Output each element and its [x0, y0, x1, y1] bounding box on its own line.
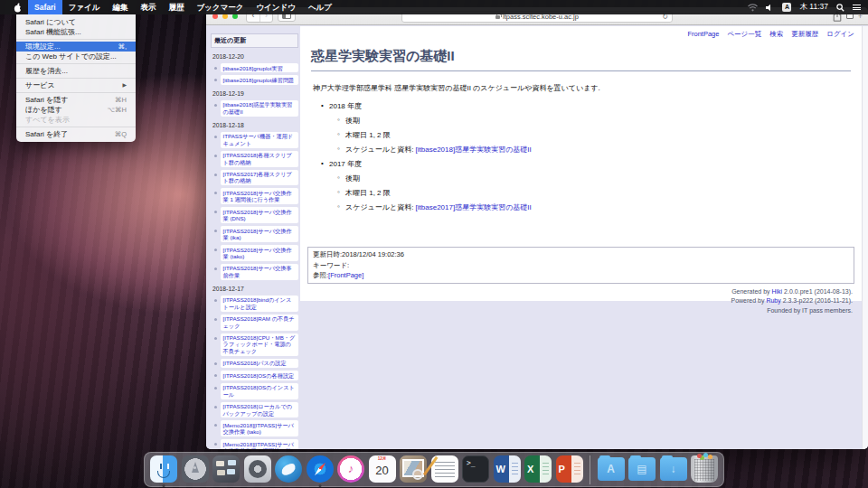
sidebar-link[interactable]: [ITPASS2018]bindのインストールと設定: [221, 296, 298, 312]
year-detail: 木曜日 1, 2 限: [345, 188, 862, 198]
meta-box: 更新日時:2018/12/04 19:02:36 キーワード: 参照:[Fron…: [307, 247, 854, 284]
nav-link-ページ一覧[interactable]: ページ一覧: [727, 30, 761, 39]
menu-item[interactable]: この Web サイトでの設定...: [16, 52, 136, 61]
menu-bar-status: A 木 11:37: [748, 0, 861, 14]
schedule-line: スケジュールと資料: [itbase2017]惑星学実験実習の基礎II: [345, 202, 862, 212]
sidebar-link[interactable]: [itbase2018]惑星学実験実習の基礎II: [221, 100, 298, 117]
dock-powerpoint-icon[interactable]: P: [556, 455, 583, 483]
menubar-item-履歴[interactable]: 履歴: [162, 0, 190, 14]
sidebar-link[interactable]: [ITPASS2018]OSのインストール: [221, 383, 298, 399]
sidebar-link[interactable]: [Memo2018][ITPASS]サーバ交換作業 (tako): [221, 420, 298, 436]
sidebar-link[interactable]: [ITPASS2018]OSの各種設定: [221, 371, 298, 380]
dock-thunderbird-icon[interactable]: [275, 455, 302, 483]
sidebar-link[interactable]: [ITPASS2018]サーバ交換作業 1 週間後に行う作業: [221, 188, 298, 204]
menubar-item-表示[interactable]: 表示: [134, 0, 162, 14]
sidebar-link[interactable]: [ITPASS2018]CPU・MB・グラフィックボード・電源の不良チェック: [221, 333, 298, 356]
nav-link-FrontPage[interactable]: FrontPage: [687, 30, 719, 39]
year-item: 2018 年度後期木曜日 1, 2 限スケジュールと資料: [itbase201…: [329, 101, 862, 155]
menu-separator: [16, 78, 136, 79]
sidebar-link[interactable]: [ITPASS2018]パスの設定: [221, 359, 298, 368]
dock-safari-icon[interactable]: [307, 455, 334, 483]
menubar-item-ウインドウ[interactable]: ウインドウ: [250, 0, 302, 14]
sidebar-link[interactable]: [ITPASS2018]ローカルでのバックアップの設定: [221, 402, 298, 418]
dock-system-preferences-icon[interactable]: [244, 455, 271, 483]
safari-window: ‹ › itpass.scitec.kobe-u.ac.jp ↻ +: [206, 7, 868, 449]
menu-item[interactable]: 環境設定...⌘,: [16, 42, 136, 52]
dock-itunes-icon[interactable]: ♪: [337, 455, 364, 483]
footer-link-Hiki[interactable]: Hiki: [772, 288, 783, 295]
footer-link-Ruby[interactable]: Ruby: [766, 297, 780, 304]
footer-line: Powered by Ruby 2.3.3-p222 (2016-11-21).: [300, 296, 853, 306]
menubar-item-ヘルプ[interactable]: ヘルプ: [302, 0, 338, 14]
input-source-icon[interactable]: A: [782, 3, 791, 12]
ref-line: 参照:[FrontPage]: [313, 270, 849, 281]
apple-icon: [14, 3, 22, 13]
intro-paragraph: 神戸大学理学部惑星学科 惑星学実験実習の基礎II のスケジュールや資料を置いてい…: [313, 83, 849, 93]
menubar-item-ファイル[interactable]: ファイル: [62, 0, 107, 14]
page-content: 最近の更新 2018-12-20[itbase2018]gnuplot実習[it…: [206, 26, 868, 449]
menu-item[interactable]: サービス▶: [16, 80, 136, 90]
sidebar-date: 2018-12-18: [212, 122, 298, 128]
dock-documents-folder-icon[interactable]: ▤: [628, 457, 656, 481]
dock-downloads-folder-icon[interactable]: ↓: [660, 457, 687, 481]
sidebar-link[interactable]: [ITPASS2018]サーバ交換作業 (DNS): [221, 207, 298, 223]
footer-line: Founded by IT pass members.: [300, 306, 853, 316]
scrollbar[interactable]: [862, 26, 868, 449]
dock-textedit-icon[interactable]: [431, 455, 458, 483]
sidebar-link[interactable]: [itbase2018]gnuplot練習問題: [221, 75, 298, 84]
volume-icon[interactable]: [766, 4, 774, 12]
menu-item[interactable]: Safari を終了⌘Q: [16, 129, 136, 139]
desktop: Safariファイル編集表示履歴ブックマークウインドウヘルプ A 木 11:37: [0, 0, 868, 488]
dock-terminal-icon[interactable]: >_: [462, 455, 489, 483]
dock-mission-control-icon[interactable]: [212, 455, 240, 483]
schedule-link[interactable]: [itbase2017]惑星学実験実習の基礎II: [416, 203, 532, 211]
menu-item[interactable]: Safari 機能拡張...: [16, 27, 136, 37]
nav-link-更新履歴[interactable]: 更新履歴: [791, 30, 818, 39]
apple-menu[interactable]: [7, 3, 28, 13]
lock-icon: [495, 15, 500, 19]
sidebar-link[interactable]: [Memo2018][ITPASS]サーバ交換事前作業 1 週間後に行う作業: [221, 439, 298, 449]
sidebar-link[interactable]: [ITPASS2017]各種スクリプト群の格納: [221, 170, 298, 186]
sidebar-link[interactable]: [ITPASS2018]各種スクリプト群の格納: [221, 151, 298, 167]
sidebar-link[interactable]: [ITPASS2018]サーバ交換事前作業: [221, 264, 298, 280]
wifi-icon[interactable]: [748, 4, 758, 12]
spotlight-icon[interactable]: [836, 4, 844, 12]
menubar-item-編集[interactable]: 編集: [106, 0, 134, 14]
schedule-line: スケジュールと資料: [itbase2018]惑星学実験実習の基礎II: [345, 145, 862, 155]
dock-trash-icon[interactable]: [691, 455, 718, 483]
sidebar-link[interactable]: [ITPASS2018]サーバ交換作業 (tako): [221, 245, 298, 261]
dock-excel-icon[interactable]: X: [524, 455, 552, 483]
dock-word-icon[interactable]: W: [494, 455, 521, 483]
wiki-nav-links: FrontPageページ一覧検索更新履歴ログイン: [300, 26, 862, 39]
nav-link-検索[interactable]: 検索: [769, 30, 783, 39]
sidebar-link[interactable]: [itbase2018]gnuplot実習: [221, 63, 298, 72]
dock-finder-icon[interactable]: [150, 455, 177, 483]
dock-launchpad-icon[interactable]: [182, 455, 209, 483]
menu-bar: Safariファイル編集表示履歴ブックマークウインドウヘルプ A 木 11:37: [0, 0, 868, 14]
menu-separator: [16, 63, 136, 64]
notification-center-icon[interactable]: [853, 4, 861, 12]
year-label: 2017 年度: [329, 159, 862, 169]
menu-item[interactable]: 履歴を消去...: [16, 66, 136, 76]
menu-item[interactable]: Safari を隠す⌘H: [16, 95, 136, 105]
dock-calendar-icon[interactable]: 12月20: [369, 455, 396, 483]
main-article: FrontPageページ一覧検索更新履歴ログイン 惑星学実験実習の基礎II 神戸…: [300, 26, 862, 301]
schedule-link[interactable]: [itbase2018]惑星学実験実習の基礎II: [416, 145, 532, 154]
menu-item[interactable]: ほかを隠す⌥⌘H: [16, 105, 136, 115]
keyword-line: キーワード:: [313, 260, 849, 271]
menubar-item-Safari[interactable]: Safari: [28, 0, 62, 14]
nav-link-ログイン[interactable]: ログイン: [826, 30, 854, 39]
menu-bar-items: Safariファイル編集表示履歴ブックマークウインドウヘルプ: [28, 0, 338, 14]
menu-bar-left: Safariファイル編集表示履歴ブックマークウインドウヘルプ: [7, 0, 338, 14]
dock-preview-icon[interactable]: [400, 455, 427, 483]
dock-applications-folder-icon[interactable]: A: [598, 457, 625, 481]
menu-bar-clock[interactable]: 木 11:37: [799, 2, 828, 13]
updated-line: 更新日時:2018/12/04 19:02:36: [313, 249, 849, 260]
sidebar-link[interactable]: [ITPASS2018]RAM の不良チェック: [221, 314, 298, 331]
year-detail: 後期: [345, 174, 862, 183]
frontpage-link[interactable]: [FrontPage]: [328, 271, 363, 279]
menu-item[interactable]: Safari について: [16, 17, 136, 27]
sidebar-link[interactable]: [ITPASS2018]サーバ交換作業 (ika): [221, 226, 298, 242]
menubar-item-ブックマーク[interactable]: ブックマーク: [190, 0, 250, 14]
sidebar-link[interactable]: ITPASSサーバ機器・運用ドキュメント: [221, 132, 298, 148]
